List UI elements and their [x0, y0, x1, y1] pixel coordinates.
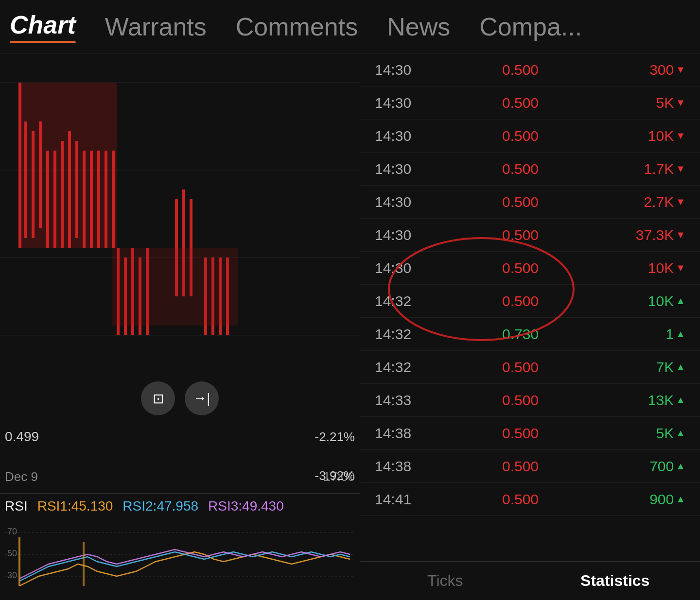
- pct-label-bottom: -3.92%: [315, 468, 355, 483]
- tick-row: 14:30 0.500 10K▼: [360, 120, 700, 153]
- svg-rect-9: [46, 151, 49, 248]
- tab-ticks[interactable]: Ticks: [360, 562, 530, 600]
- arrow-tool-button[interactable]: →|: [185, 381, 219, 415]
- svg-rect-13: [75, 141, 78, 238]
- ticks-table: 14:30 0.500 300▼ 14:30 0.500 5K▼ 14:30 0…: [360, 53, 700, 561]
- svg-rect-7: [32, 131, 35, 238]
- arrow-down-icon: ▼: [676, 97, 685, 108]
- svg-rect-8: [39, 121, 42, 228]
- tick-price: 0.500: [482, 227, 560, 243]
- tick-volume: 7K▲: [608, 359, 685, 376]
- tick-time: 14:30: [375, 161, 433, 177]
- arrow-up-icon: ▲: [676, 295, 685, 307]
- svg-rect-6: [24, 121, 27, 238]
- pct-label-low: -2.21%: [315, 429, 355, 445]
- rsi-header: RSI RSI1:45.130 RSI2:47.958 RSI3:49.430: [5, 498, 355, 514]
- arrow-up-icon: ▲: [676, 428, 685, 439]
- tick-volume: 5K▲: [608, 425, 685, 442]
- rsi-label: RSI: [5, 498, 28, 514]
- svg-rect-10: [53, 151, 56, 248]
- tick-price: 0.730: [482, 326, 560, 343]
- tick-time: 14:30: [375, 62, 433, 78]
- frame-tool-button[interactable]: ⊡: [141, 381, 175, 415]
- svg-rect-18: [112, 151, 115, 248]
- svg-rect-12: [68, 131, 71, 248]
- rsi-section: RSI RSI1:45.130 RSI2:47.958 RSI3:49.430 …: [0, 493, 360, 600]
- arrow-down-icon: ▼: [676, 163, 685, 174]
- tick-volume: 300▼: [608, 62, 685, 78]
- tab-statistics[interactable]: Statistics: [530, 562, 700, 600]
- tick-volume: 2.7K▼: [608, 194, 685, 210]
- tick-volume: 1.7K▼: [608, 161, 685, 177]
- rsi-svg: 70 50 30: [5, 518, 355, 591]
- svg-rect-16: [97, 151, 100, 248]
- svg-text:30: 30: [7, 570, 17, 580]
- main-content: 0.516 0.508 0.499 1.23% -0.49% -2.21%: [0, 53, 700, 600]
- bottom-bar: Ticks Statistics: [360, 561, 700, 600]
- tick-row: 14:30 0.500 10K▼: [360, 252, 700, 285]
- tick-row: 14:32 0.730 1▲: [360, 318, 700, 351]
- svg-rect-17: [105, 151, 107, 248]
- tick-time: 14:32: [375, 326, 433, 343]
- tick-time: 14:33: [375, 392, 433, 409]
- chart-date-labels: Dec 9 17:00: [0, 465, 360, 488]
- tick-volume: 700▲: [608, 458, 685, 475]
- chart-container[interactable]: 0.516 0.508 0.499 1.23% -0.49% -2.21%: [0, 53, 360, 493]
- svg-rect-11: [61, 141, 64, 248]
- tick-row: 14:32 0.500 10K▲: [360, 285, 700, 318]
- top-navigation: Chart Warrants Comments News Compa...: [0, 0, 700, 53]
- tab-warrants[interactable]: Warrants: [105, 12, 207, 41]
- tick-row: 14:30 0.500 300▼: [360, 53, 700, 86]
- tab-comments[interactable]: Comments: [236, 12, 358, 41]
- svg-rect-15: [90, 151, 93, 248]
- arrow-down-icon: ▼: [676, 229, 685, 240]
- svg-text:50: 50: [7, 549, 17, 558]
- tick-row: 14:30 0.500 5K▼: [360, 86, 700, 120]
- tick-row: 14:41 0.500 900▲: [360, 483, 700, 516]
- tick-price: 0.500: [482, 128, 560, 144]
- tick-volume: 13K▲: [608, 392, 685, 409]
- tick-time: 14:41: [375, 491, 433, 508]
- tick-price: 0.500: [482, 95, 560, 111]
- arrow-down-icon: ▼: [676, 130, 685, 141]
- arrow-up-icon: ▲: [676, 394, 685, 406]
- tick-price: 0.500: [482, 425, 560, 442]
- tick-volume: 10K▼: [608, 128, 685, 144]
- tick-volume: 5K▼: [608, 95, 685, 111]
- rsi3-value: RSI3:49.430: [208, 498, 284, 514]
- tick-time: 14:30: [375, 128, 433, 144]
- tab-chart[interactable]: Chart: [10, 10, 76, 43]
- tick-row: 14:32 0.500 7K▲: [360, 351, 700, 384]
- tick-row: 14:33 0.500 13K▲: [360, 384, 700, 417]
- arrow-up-icon: ▲: [676, 461, 685, 472]
- tick-price: 0.500: [482, 491, 560, 508]
- tick-time: 14:32: [375, 359, 433, 376]
- tick-price: 0.500: [482, 161, 560, 177]
- tick-volume: 10K▼: [608, 260, 685, 276]
- arrow-up-icon: ▲: [676, 494, 685, 505]
- arrow-up-icon: ▲: [676, 361, 685, 373]
- arrow-down-icon: ▼: [676, 64, 685, 75]
- tick-row: 14:30 0.500 1.7K▼: [360, 153, 700, 186]
- tick-volume: 37.3K▼: [608, 227, 685, 243]
- tab-news[interactable]: News: [387, 12, 450, 41]
- svg-rect-14: [83, 151, 86, 248]
- tab-compare[interactable]: Compa...: [479, 12, 582, 41]
- price-label-low: 0.499: [5, 429, 39, 445]
- tick-row: 14:38 0.500 5K▲: [360, 417, 700, 450]
- svg-text:70: 70: [7, 527, 17, 536]
- tick-time: 14:38: [375, 458, 433, 475]
- tick-price: 0.500: [482, 293, 560, 309]
- tick-price: 0.500: [482, 62, 560, 78]
- tick-time: 14:32: [375, 293, 433, 309]
- date-left: Dec 9: [5, 469, 38, 484]
- tick-price: 0.500: [482, 260, 560, 276]
- arrow-down-icon: ▼: [676, 196, 685, 207]
- tick-row: 14:30 0.500 37.3K▼: [360, 219, 700, 252]
- tick-volume: 900▲: [608, 491, 685, 508]
- tick-price: 0.500: [482, 392, 560, 409]
- tick-price: 0.500: [482, 458, 560, 475]
- tick-time: 14:30: [375, 260, 433, 276]
- tick-row: 14:38 0.500 700▲: [360, 450, 700, 483]
- tick-volume: 1▲: [608, 326, 685, 343]
